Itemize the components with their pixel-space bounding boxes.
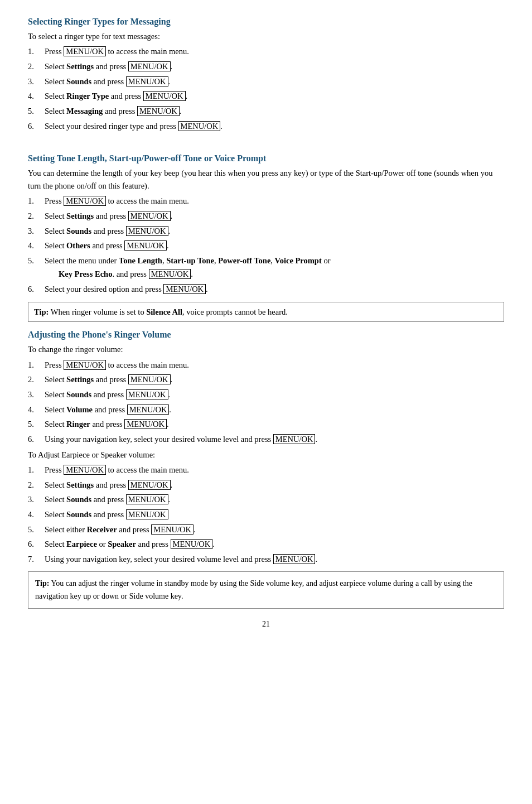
step-num: 5. [28, 254, 45, 281]
menu-ok-kbd: MENU/OK [149, 269, 191, 279]
step-num: 1. [28, 45, 45, 59]
step-5-rt: 5. Select Messaging and press MENU/OK. [28, 104, 504, 118]
step-num: 4. [28, 89, 45, 103]
section-intro-ringer-volume: To change the ringer volume: [28, 343, 504, 355]
tip-label: Tip: [34, 307, 49, 316]
step-4-tl: 4. Select Others and press MENU/OK. [28, 239, 504, 253]
step-num: 6. [28, 282, 45, 296]
step-num: 6. [28, 119, 45, 133]
step-2-rv: 2. Select Settings and press MENU/OK. [28, 373, 504, 387]
menu-ok-kbd: MENU/OK [64, 196, 106, 206]
menu-ok-kbd: MENU/OK [126, 389, 168, 399]
step-3-tl: 3. Select Sounds and press MENU/OK. [28, 224, 504, 238]
step-num: 1. [28, 194, 45, 208]
menu-ok-kbd: MENU/OK [143, 91, 186, 101]
step-6-tl: 6. Select your desired option and press … [28, 282, 504, 296]
page-number: 21 [28, 620, 504, 629]
menu-ok-kbd: MENU/OK [124, 419, 167, 429]
step-5-rv: 5. Select Ringer and press MENU/OK. [28, 417, 504, 431]
step-num: 6. [28, 537, 45, 551]
step-num: 4. [28, 403, 45, 417]
menu-ok-kbd: MENU/OK [124, 240, 167, 251]
tip-box-bottom: Tip: You can adjust the ringer volume in… [28, 571, 504, 609]
menu-ok-kbd: MENU/OK [128, 61, 171, 71]
step-num: 5. [28, 523, 45, 537]
section-intro-tone-length: You can determine the length of your key… [28, 167, 504, 192]
menu-ok-kbd: MENU/OK [128, 374, 171, 384]
step-2-tl: 2. Select Settings and press MENU/OK. [28, 209, 504, 223]
step-num: 4. [28, 239, 45, 253]
menu-ok-kbd: MENU/OK [64, 360, 106, 370]
step-num: 2. [28, 373, 45, 387]
step-num: 2. [28, 209, 45, 223]
section-title-ringer-volume: Adjusting the Phone's Ringer Volume [28, 330, 504, 340]
menu-ok-kbd: MENU/OK [178, 121, 221, 131]
section-ringer-volume: Adjusting the Phone's Ringer Volume To c… [28, 330, 504, 609]
step-num: 6. [28, 432, 45, 446]
menu-ok-kbd: MENU/OK [273, 434, 316, 444]
menu-ok-kbd: MENU/OK [137, 106, 180, 116]
section-title-ringer-types: Selecting Ringer Types for Messaging [28, 17, 504, 27]
step-num: 1. [28, 358, 45, 372]
step-num: 5. [28, 104, 45, 118]
step-num: 3. [28, 493, 45, 507]
menu-ok-kbd: MENU/OK [128, 211, 171, 221]
step-num: 3. [28, 75, 45, 89]
step-num: 3. [28, 224, 45, 238]
menu-ok-kbd: MENU/OK [64, 46, 106, 56]
section-intro2-ringer-volume: To Adjust Earpiece or Speaker volume: [28, 449, 504, 461]
menu-ok-kbd: MENU/OK [163, 284, 206, 294]
step-3-rt: 3. Select Sounds and press MENU/OK. [28, 75, 504, 89]
menu-ok-kbd: MENU/OK [64, 465, 106, 475]
step-num: 2. [28, 60, 45, 74]
step-1-es: 1. Press MENU/OK to access the main menu… [28, 463, 504, 477]
step-num: 7. [28, 552, 45, 566]
tip-label-bottom: Tip: [35, 579, 49, 588]
menu-ok-kbd: MENU/OK [151, 524, 194, 535]
step-6-rt: 6. Select your desired ringer type and p… [28, 119, 504, 133]
step-num: 4. [28, 508, 45, 522]
step-1-rv: 1. Press MENU/OK to access the main menu… [28, 358, 504, 372]
section-title-tone-length: Setting Tone Length, Start-up/Power-off … [28, 153, 504, 163]
menu-ok-kbd: MENU/OK [126, 226, 168, 236]
step-5-tl: 5. Select the menu under Tone Length, St… [28, 254, 504, 281]
step-num: 1. [28, 463, 45, 477]
step-6-es: 6. Select Earpiece or Speaker and press … [28, 537, 504, 551]
menu-ok-kbd: MENU/OK [126, 509, 168, 519]
step-2-rt: 2. Select Settings and press MENU/OK. [28, 60, 504, 74]
tip-box-silence: Tip: When ringer volume is set to Silenc… [28, 302, 504, 322]
section-intro-ringer-types: To select a ringer type for text message… [28, 30, 504, 42]
menu-ok-kbd: MENU/OK [126, 494, 168, 504]
step-6-rv: 6. Using your navigation key, select you… [28, 432, 504, 446]
step-3-es: 3. Select Sounds and press MENU/OK. [28, 493, 504, 507]
step-num: 3. [28, 388, 45, 402]
menu-ok-kbd: MENU/OK [273, 554, 316, 564]
step-3-rv: 3. Select Sounds and press MENU/OK. [28, 388, 504, 402]
step-num: 5. [28, 417, 45, 431]
menu-ok-kbd: MENU/OK [171, 539, 213, 549]
step-num: 2. [28, 478, 45, 492]
menu-ok-kbd: MENU/OK [127, 405, 170, 415]
step-4-rt: 4. Select Ringer Type and press MENU/OK. [28, 89, 504, 103]
step-1-tl: 1. Press MENU/OK to access the main menu… [28, 194, 504, 208]
menu-ok-kbd: MENU/OK [126, 76, 168, 86]
step-2-es: 2. Select Settings and press MENU/OK. [28, 478, 504, 492]
step-7-es: 7. Using your navigation key, select you… [28, 552, 504, 566]
menu-ok-kbd: MENU/OK [128, 480, 171, 490]
section-ringer-types: Selecting Ringer Types for Messaging To … [28, 17, 504, 133]
step-1-rt: 1. Press MENU/OK to access the main menu… [28, 45, 504, 59]
step-4-rv: 4. Select Volume and press MENU/OK. [28, 403, 504, 417]
section-tone-length: Setting Tone Length, Start-up/Power-off … [28, 153, 504, 322]
step-4-es: 4. Select Sounds and press MENU/OK [28, 508, 504, 522]
step-5-es: 5. Select either Receiver and press MENU… [28, 523, 504, 537]
